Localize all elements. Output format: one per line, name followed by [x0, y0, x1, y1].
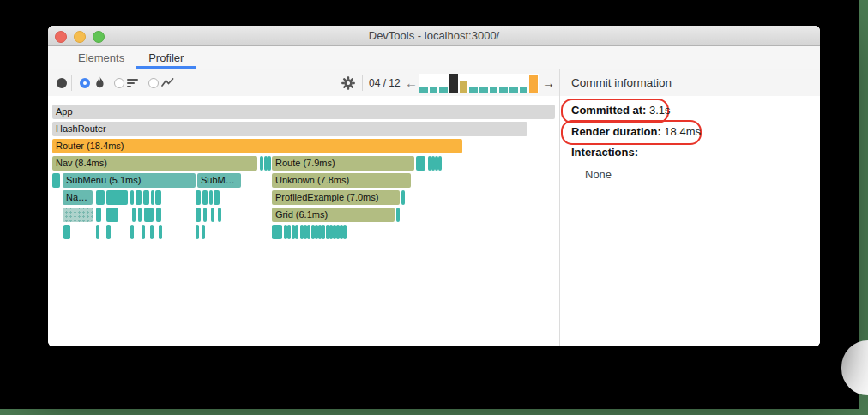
ranked-view-button[interactable] [127, 69, 138, 96]
profiler-content: AppHashRouterRouter (18.4ms)Nav (8.4ms)R… [48, 96, 820, 346]
flame-bar-profiledexample-7-0ms[interactable]: ProfiledExample (7.0ms) [272, 190, 400, 205]
interactions-label: Interactions: [571, 146, 638, 159]
flame-bar-unknown-7-8ms[interactable]: Unknown (7.8ms) [272, 173, 411, 188]
flame-bar[interactable] [155, 190, 161, 205]
flame-bar-subm[interactable]: SubM… [197, 173, 241, 188]
flame-bar[interactable] [130, 225, 134, 239]
flame-icon [94, 76, 105, 89]
render-duration-value: 18.4ms [661, 125, 701, 138]
previous-commit-button[interactable]: ← [405, 69, 418, 96]
interactions-chart-icon [161, 77, 174, 88]
flame-bar[interactable] [106, 208, 118, 222]
commit-bar[interactable] [430, 87, 438, 93]
flame-bar[interactable] [287, 225, 291, 239]
ranked-chart-icon [127, 79, 138, 87]
commit-bar-selected[interactable] [449, 74, 458, 93]
commit-bar[interactable] [460, 81, 468, 93]
flame-bar[interactable] [142, 225, 145, 239]
flame-bar[interactable] [202, 190, 208, 205]
flame-bar[interactable] [401, 190, 405, 205]
flame-bar-hashrouter[interactable]: HashRouter [52, 122, 527, 136]
commit-info-panel: Committed at: 3.1s Render duration: 18.4… [560, 96, 820, 346]
settings-button[interactable] [341, 69, 355, 96]
flame-bar[interactable] [130, 190, 134, 205]
flame-bar[interactable] [150, 225, 154, 239]
interactions-radio[interactable] [148, 69, 159, 96]
flame-bar[interactable] [260, 156, 263, 171]
tab-profiler[interactable]: Profiler [136, 46, 196, 69]
flame-bar[interactable] [211, 208, 214, 222]
commit-selector[interactable] [419, 74, 539, 93]
flame-bar[interactable] [196, 208, 201, 222]
flame-bar[interactable] [96, 190, 105, 205]
flame-bar[interactable] [132, 208, 136, 222]
flame-bar[interactable] [106, 225, 111, 239]
commit-bar[interactable] [529, 75, 538, 93]
committed-at-line: Committed at: 3.1s [571, 104, 671, 117]
flame-bar[interactable] [396, 208, 400, 222]
flame-bar[interactable] [203, 208, 207, 222]
flame-bar[interactable] [268, 156, 271, 171]
commit-bar[interactable] [520, 87, 528, 93]
radio-unselected-icon [114, 78, 124, 88]
flame-bar[interactable] [144, 208, 154, 222]
flame-bar[interactable] [214, 190, 220, 205]
flame-bar[interactable] [322, 225, 325, 239]
commit-counter: 04 / 12 [369, 69, 401, 96]
flame-bar-router-18-4ms[interactable]: Router (18.4ms) [52, 139, 462, 153]
flame-bar[interactable] [63, 208, 93, 222]
interactions-view-button[interactable] [161, 69, 174, 96]
flame-bar[interactable] [156, 208, 161, 222]
flame-bar[interactable] [196, 225, 199, 239]
flamegraph-view-button[interactable] [94, 69, 105, 96]
flame-bar[interactable] [52, 173, 60, 188]
flame-bar[interactable] [151, 190, 154, 205]
render-duration-line: Render duration: 18.4ms [571, 125, 701, 138]
commit-bar[interactable] [479, 87, 488, 93]
flame-graph: AppHashRouterRouter (18.4ms)Nav (8.4ms)R… [48, 96, 559, 346]
commit-bar[interactable] [490, 87, 498, 93]
flame-bar[interactable] [202, 225, 205, 239]
record-button[interactable] [57, 69, 67, 96]
flame-bar[interactable] [343, 225, 347, 239]
flame-bar[interactable] [159, 225, 162, 239]
flame-bar[interactable] [272, 225, 282, 239]
flame-bar-route-7-9ms[interactable]: Route (7.9ms) [272, 156, 414, 171]
commit-info-header: Commit information [571, 69, 672, 96]
flame-bar-nav-8-4ms[interactable]: Nav (8.4ms) [52, 156, 257, 171]
commit-bar[interactable] [419, 87, 428, 93]
flame-bar[interactable] [136, 190, 142, 205]
flame-bar-app[interactable]: App [52, 105, 555, 119]
commit-bar[interactable] [509, 87, 518, 93]
flame-bar[interactable] [209, 190, 213, 205]
flame-bar[interactable] [438, 156, 442, 171]
ranked-radio[interactable] [114, 69, 124, 96]
tab-elements[interactable]: Elements [66, 46, 136, 69]
committed-at-label: Committed at: [571, 104, 646, 117]
flame-bar[interactable] [143, 190, 149, 205]
flame-bar-na[interactable]: Na… [63, 190, 93, 205]
flame-bar[interactable] [96, 208, 101, 222]
flame-bar[interactable] [295, 225, 298, 239]
committed-at-value: 3.1s [646, 104, 670, 117]
flame-bar[interactable] [196, 190, 201, 205]
flame-bar-grid-6-1ms[interactable]: Grid (6.1ms) [272, 208, 395, 222]
flame-bar[interactable] [96, 225, 99, 239]
commit-bar[interactable] [499, 87, 508, 93]
interactions-none: None [585, 168, 612, 181]
record-icon [57, 78, 67, 88]
flamegraph-radio[interactable] [80, 69, 90, 96]
flame-bar[interactable] [63, 225, 70, 239]
flame-bar[interactable] [218, 208, 221, 222]
flame-bar[interactable] [307, 225, 310, 239]
flame-bar[interactable] [106, 190, 128, 205]
devtools-window: DevTools - localhost:3000/ Elements Prof… [48, 26, 820, 346]
flame-bar[interactable] [416, 156, 425, 171]
gear-icon [341, 76, 355, 90]
flame-bar-submenu-5-1ms[interactable]: SubMenu (5.1ms) [63, 173, 196, 188]
commit-bar[interactable] [439, 87, 448, 93]
next-commit-button[interactable]: → [542, 69, 555, 96]
commit-bar[interactable] [469, 87, 478, 93]
flame-bar[interactable] [138, 208, 142, 222]
title-bar: DevTools - localhost:3000/ [48, 26, 820, 46]
